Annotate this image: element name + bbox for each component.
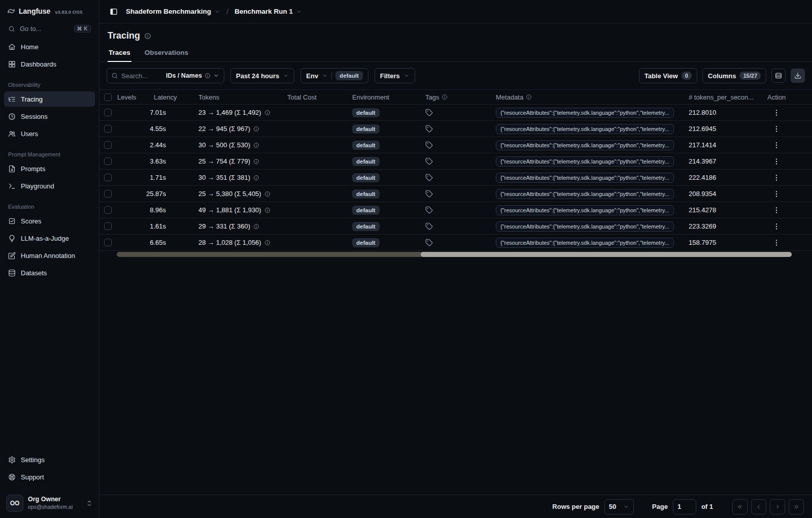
row-checkbox[interactable] <box>104 141 112 149</box>
org-switcher[interactable]: Shadeform Benchmarking <box>126 8 220 15</box>
row-checkbox[interactable] <box>104 190 112 198</box>
rows-per-page-select[interactable]: 50 <box>604 499 634 514</box>
sidebar-item-home[interactable]: Home <box>4 39 95 54</box>
app-logo[interactable]: Langfuse v3.83.0 OSS <box>4 0 95 21</box>
sidebar-item-dashboards[interactable]: Dashboards <box>4 56 95 72</box>
sidebar-item-datasets[interactable]: Datasets <box>4 265 95 280</box>
row-checkbox[interactable] <box>104 125 112 133</box>
search-scope-dropdown[interactable]: IDs / Names <box>164 72 219 79</box>
ellipsis-vertical-icon[interactable] <box>772 174 781 182</box>
sidebar-item-llm-as-a-judge[interactable]: LLM-as-a-Judge <box>4 231 95 246</box>
column-header-tokens[interactable]: Tokens <box>198 93 287 101</box>
account-name: Org Owner <box>28 496 81 504</box>
row-checkbox[interactable] <box>104 222 112 230</box>
sidebar-item-sessions[interactable]: Sessions <box>4 109 95 124</box>
row-checkbox[interactable] <box>104 174 112 181</box>
time-range-dropdown[interactable]: Past 24 hours <box>230 68 294 83</box>
info-icon[interactable] <box>253 126 259 132</box>
tag-icon[interactable] <box>425 109 433 116</box>
column-header-environment[interactable]: Environment <box>352 93 425 101</box>
column-header-total-cost[interactable]: Total Cost <box>287 93 352 101</box>
info-icon[interactable] <box>253 175 259 181</box>
table-row[interactable]: 6.65s 28 → 1,028 (Σ 1,056) default {"res… <box>99 235 812 251</box>
table-row[interactable]: 8.96s 49 → 1,881 (Σ 1,930) default {"res… <box>99 202 812 218</box>
ellipsis-vertical-icon[interactable] <box>772 157 781 166</box>
ellipsis-vertical-icon[interactable] <box>772 141 781 149</box>
info-icon[interactable] <box>253 158 259 165</box>
info-icon[interactable] <box>264 240 270 246</box>
row-checkbox[interactable] <box>104 109 112 116</box>
row-checkbox[interactable] <box>104 239 112 246</box>
sidebar-item-settings[interactable]: Settings <box>4 452 95 467</box>
first-page-button[interactable] <box>732 499 748 514</box>
ellipsis-vertical-icon[interactable] <box>772 239 781 247</box>
info-icon[interactable] <box>264 207 270 213</box>
table-row[interactable]: 1.71s 30 → 351 (Σ 381) default {"resourc… <box>99 170 812 186</box>
tag-icon[interactable] <box>425 141 433 149</box>
tag-icon[interactable] <box>425 174 433 181</box>
horizontal-scrollbar[interactable] <box>117 252 792 257</box>
sidebar-item-label: Prompts <box>21 165 45 173</box>
info-icon[interactable] <box>264 110 270 116</box>
ellipsis-vertical-icon[interactable] <box>772 190 781 198</box>
column-header-levels[interactable]: Levels <box>117 93 154 101</box>
tag-icon[interactable] <box>425 157 433 165</box>
ellipsis-vertical-icon[interactable] <box>772 206 781 214</box>
column-header-metadata[interactable]: Metadata <box>496 93 689 101</box>
next-page-button[interactable] <box>770 499 785 514</box>
tag-icon[interactable] <box>425 125 433 133</box>
table-view-button[interactable]: Table View 0 <box>639 68 697 83</box>
tab-traces[interactable]: Traces <box>108 45 131 62</box>
tag-icon[interactable] <box>425 206 433 214</box>
project-switcher[interactable]: Benchmark Run 1 <box>234 8 302 15</box>
table-row[interactable]: 25.87s 25 → 5,380 (Σ 5,405) default {"re… <box>99 186 812 202</box>
column-header-tokens-per-second[interactable]: # tokens_per_secon... <box>689 93 767 101</box>
table-row[interactable]: 7.01s 23 → 1,469 (Σ 1,492) default {"res… <box>99 105 812 121</box>
select-all-checkbox[interactable] <box>104 93 112 101</box>
info-icon[interactable] <box>205 73 211 79</box>
tab-observations[interactable]: Observations <box>144 45 189 62</box>
tag-icon[interactable] <box>425 239 433 246</box>
search-box[interactable]: IDs / Names <box>107 68 224 83</box>
info-icon[interactable] <box>526 94 532 100</box>
ellipsis-vertical-icon[interactable] <box>772 222 781 231</box>
previous-page-button[interactable] <box>751 499 766 514</box>
info-icon[interactable] <box>264 191 270 197</box>
tag-icon[interactable] <box>425 190 433 198</box>
filters-dropdown[interactable]: Filters <box>375 68 415 83</box>
info-icon[interactable] <box>442 94 448 100</box>
ellipsis-vertical-icon[interactable] <box>772 109 781 117</box>
table-row[interactable]: 4.55s 22 → 945 (Σ 967) default {"resourc… <box>99 121 812 137</box>
scrollbar-thumb[interactable] <box>421 252 792 257</box>
columns-button[interactable]: Columns 15/27 <box>702 68 766 83</box>
row-checkbox[interactable] <box>104 206 112 214</box>
env-filter-dropdown[interactable]: Env default <box>300 68 368 83</box>
search-input[interactable] <box>121 72 161 80</box>
search-icon <box>8 25 15 33</box>
sidebar-item-human-annotation[interactable]: Human Annotation <box>4 248 95 263</box>
sidebar-item-scores[interactable]: Scores <box>4 213 95 229</box>
goto-search[interactable]: Go to... ⌘ K <box>4 21 95 36</box>
export-button[interactable] <box>791 69 805 83</box>
table-row[interactable]: 2.44s 30 → 500 (Σ 530) default {"resourc… <box>99 137 812 153</box>
ellipsis-vertical-icon[interactable] <box>772 125 781 133</box>
column-header-latency[interactable]: Latency <box>154 93 198 101</box>
sidebar-item-support[interactable]: Support <box>4 469 95 484</box>
sidebar-item-prompts[interactable]: Prompts <box>4 161 95 176</box>
row-height-button[interactable] <box>771 69 786 83</box>
table-row[interactable]: 3.63s 25 → 754 (Σ 779) default {"resourc… <box>99 153 812 170</box>
row-checkbox[interactable] <box>104 157 112 165</box>
info-icon[interactable] <box>253 223 259 230</box>
last-page-button[interactable] <box>789 499 804 514</box>
table-row[interactable]: 1.61s 29 → 331 (Σ 360) default {"resourc… <box>99 218 812 235</box>
page-number-input[interactable] <box>673 499 696 514</box>
sidebar-item-tracing[interactable]: Tracing <box>4 91 95 107</box>
column-header-tags[interactable]: Tags <box>425 93 496 101</box>
sidebar-item-playground[interactable]: Playground <box>4 178 95 193</box>
info-icon[interactable] <box>253 142 259 148</box>
tag-icon[interactable] <box>425 222 433 230</box>
sidebar-toggle-button[interactable] <box>107 5 121 19</box>
info-icon[interactable] <box>144 33 151 40</box>
sidebar-item-users[interactable]: Users <box>4 126 95 141</box>
account-menu[interactable]: OO Org Owner ops@shadeform.ai <box>4 491 95 513</box>
